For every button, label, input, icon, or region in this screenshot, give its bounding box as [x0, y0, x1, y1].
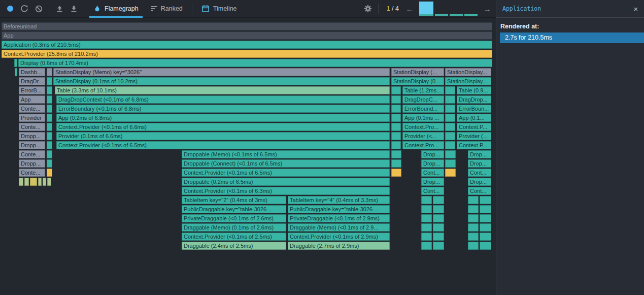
flame-bar[interactable]: Drop... [468, 159, 491, 168]
clear-profile-button[interactable] [32, 2, 45, 15]
flame-bar[interactable]: DragDrop... [457, 95, 491, 104]
flame-bar[interactable] [421, 214, 432, 222]
commit-bar[interactable] [464, 14, 478, 16]
commit-list-item-selected[interactable]: 2.7s for 210.5ms [500, 32, 644, 43]
export-profile-button[interactable] [67, 2, 80, 15]
next-commit-button[interactable]: → [482, 5, 493, 13]
previous-commit-button[interactable]: ← [404, 5, 415, 13]
flame-bar[interactable]: Table (3.3ms of 10.1ms) [55, 86, 390, 94]
flame-bar[interactable]: Provider (... [457, 132, 491, 140]
flame-bar[interactable] [468, 242, 479, 250]
flame-bar[interactable] [47, 105, 52, 113]
flame-bar[interactable]: DragDropC... [402, 95, 444, 104]
flame-bar[interactable]: Draggable (2.4ms of 2.5ms) [182, 242, 286, 250]
flame-bar[interactable] [468, 214, 479, 222]
flame-bar[interactable] [38, 178, 42, 186]
flame-bar[interactable] [19, 178, 23, 186]
commit-bar[interactable] [435, 14, 448, 16]
flame-bar[interactable] [391, 159, 401, 168]
flame-bar[interactable]: Conte... [19, 123, 45, 131]
flame-bar[interactable]: Drop... [421, 178, 444, 186]
flame-bar[interactable] [47, 178, 51, 186]
flamegraph-canvas[interactable]: BeforeunloadAppApplication (0.3ms of 210… [0, 18, 496, 295]
flame-bar[interactable]: Context.Provider (<0.1ms of 2.5ms) [182, 233, 286, 241]
flame-bar[interactable]: Context.Provider (<0.1ms of 6.3ms) [182, 187, 390, 195]
flame-bar[interactable] [480, 205, 491, 213]
flame-bar[interactable] [421, 242, 432, 250]
flame-bar[interactable]: Context.Pro... [402, 123, 444, 131]
flame-bar[interactable]: Context.Provider (25.8ms of 210.2ms) [2, 50, 492, 58]
tab-timeline[interactable]: Timeline [195, 0, 243, 18]
flame-bar[interactable] [480, 223, 491, 232]
flame-bar[interactable] [43, 178, 46, 186]
flame-bar[interactable]: ErrorBoun... [457, 105, 491, 113]
flame-bar[interactable] [47, 159, 52, 168]
flame-bar[interactable]: StationDisplay (0.1ms of 10.2ms) [53, 77, 390, 85]
flame-bar[interactable]: Display (0.6ms of 170.4ms) [18, 59, 492, 67]
flame-bar[interactable] [47, 150, 52, 158]
flame-bar[interactable] [445, 114, 455, 122]
flame-bar[interactable]: Application (0.3ms of 210.5ms) [2, 41, 492, 49]
flame-bar[interactable]: Draggable (Memo) (<0.1ms of 2.9... [288, 223, 390, 232]
flame-bar[interactable]: TableItem key="4" (0.4ms of 3.3ms) [288, 196, 390, 204]
flame-bar[interactable] [445, 95, 455, 104]
flame-bar[interactable]: Cont... [468, 169, 491, 177]
flame-bar[interactable]: App [2, 31, 492, 40]
flame-bar[interactable]: ErrorBoundary (<0.1ms of 6.8ms) [56, 105, 390, 113]
flame-bar[interactable] [445, 150, 456, 158]
flame-bar[interactable] [433, 242, 444, 250]
flame-bar[interactable] [391, 114, 401, 122]
flame-bar[interactable]: StationDisplay (Memo) key="3026" [53, 68, 390, 76]
flame-bar[interactable] [480, 214, 491, 222]
flame-bar[interactable] [391, 132, 401, 140]
flame-bar[interactable] [445, 159, 456, 168]
flame-bar[interactable]: Cont... [468, 187, 491, 195]
flame-bar[interactable]: Drop... [468, 150, 491, 158]
flame-bar[interactable]: App (0.1ms ... [402, 114, 444, 122]
reload-profile-button[interactable] [18, 2, 30, 15]
flame-bar[interactable] [421, 223, 432, 232]
flame-bar[interactable]: PrivateDraggable (<0.1ms of 2.6ms) [182, 214, 286, 222]
flame-bar[interactable] [24, 178, 29, 186]
flame-bar[interactable] [47, 86, 52, 94]
flame-bar[interactable]: Conte... [19, 150, 45, 158]
flame-bar[interactable]: Context.P... [457, 141, 491, 149]
flame-bar[interactable]: Cont... [421, 169, 444, 177]
flame-bar[interactable] [14, 59, 17, 67]
commit-bar[interactable] [450, 14, 463, 16]
flame-bar[interactable]: DragDropContext (<0.1ms of 6.8ms) [56, 95, 390, 104]
flame-bar[interactable] [391, 105, 401, 113]
settings-button[interactable] [362, 2, 374, 15]
flame-bar[interactable]: Conte... [19, 169, 45, 177]
flame-bar[interactable] [445, 123, 455, 131]
flame-bar[interactable] [445, 141, 455, 149]
flame-bar[interactable]: App (0.1... [457, 114, 491, 122]
flame-bar[interactable]: Provider (0.1ms of 6.6ms) [56, 132, 390, 140]
close-icon[interactable]: × [633, 5, 638, 13]
flame-bar[interactable]: Draggable (Memo) (0.1ms of 2.6ms) [182, 223, 286, 232]
flame-bar[interactable]: Context.Provider (<0.1ms of 2.9ms) [288, 233, 390, 241]
flame-bar[interactable] [47, 95, 52, 104]
flame-bar[interactable]: Table (0.9... [457, 86, 491, 94]
flame-bar[interactable]: Dropp... [19, 141, 45, 149]
flame-bar[interactable] [391, 123, 401, 131]
flame-bar[interactable]: App (0.2ms of 6.8ms) [56, 114, 390, 122]
commit-bar-selected[interactable] [419, 2, 433, 16]
flame-bar[interactable]: Provider (<... [402, 132, 444, 140]
flame-bar[interactable] [15, 68, 17, 76]
flame-bar[interactable]: DragDr... [19, 77, 45, 85]
flame-bar[interactable] [47, 123, 52, 131]
flame-bar[interactable]: Context.Provider (<0.1ms of 6.5ms) [56, 141, 390, 149]
flame-bar[interactable]: StationDisplay (... [391, 68, 444, 76]
flame-bar[interactable] [433, 214, 444, 222]
flame-bar[interactable] [468, 196, 479, 204]
flame-bar[interactable]: Beforeunload [2, 22, 492, 30]
flame-bar[interactable]: Drop... [421, 150, 444, 158]
flame-bar[interactable]: Context.Pro... [402, 141, 444, 149]
flame-bar[interactable] [421, 196, 432, 204]
flame-bar[interactable] [433, 223, 444, 232]
flame-bar[interactable]: PublicDraggable key="table-3026-... [182, 205, 286, 213]
flame-bar[interactable] [480, 242, 491, 250]
flame-bar[interactable]: Dropp... [19, 159, 45, 168]
flame-bar[interactable]: StationDisplay (0... [391, 77, 444, 85]
